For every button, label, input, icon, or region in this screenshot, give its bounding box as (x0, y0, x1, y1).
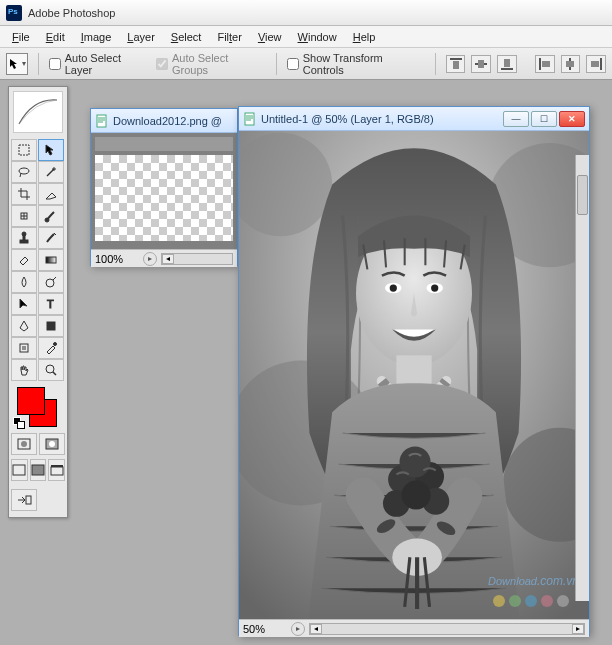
file-icon (243, 112, 257, 126)
svg-rect-33 (51, 465, 63, 467)
move-tool[interactable] (38, 139, 64, 161)
path-select-tool[interactable] (11, 293, 37, 315)
doc1-canvas-area[interactable] (91, 133, 237, 249)
svg-point-27 (21, 441, 27, 447)
document-window-1[interactable]: Download2012.png @ 100% ▸ ◂ (90, 108, 238, 266)
doc1-zoom[interactable]: 100% (95, 253, 139, 265)
lasso-tool[interactable] (11, 161, 37, 183)
doc2-vscroll[interactable] (575, 155, 589, 601)
screenmode-menu-button[interactable] (48, 459, 65, 481)
svg-rect-5 (504, 59, 510, 67)
doc2-zoom[interactable]: 50% (243, 623, 287, 635)
align-right-button[interactable] (586, 55, 606, 73)
doc1-hscroll[interactable]: ◂ (161, 253, 233, 265)
document-window-2[interactable]: Untitled-1 @ 50% (Layer 1, RGB/8) — ☐ ✕ (238, 106, 590, 636)
svg-rect-10 (600, 58, 602, 70)
auto-select-groups-checkbox[interactable]: Auto Select Groups (156, 52, 266, 76)
shape-tool[interactable] (38, 315, 64, 337)
healing-tool[interactable] (11, 205, 37, 227)
screenmode-full-button[interactable] (30, 459, 47, 481)
svg-point-29 (49, 441, 55, 447)
history-brush-tool[interactable] (38, 227, 64, 249)
separator (276, 53, 277, 75)
doc2-info-icon[interactable]: ▸ (291, 622, 305, 636)
jump-imageready-button[interactable] (11, 489, 37, 511)
doc2-canvas-area[interactable]: Download.com.vn (239, 131, 589, 619)
svg-rect-32 (51, 467, 63, 475)
pen-tool[interactable] (11, 315, 37, 337)
menu-filter[interactable]: Filter (209, 29, 249, 45)
align-bottom-button[interactable] (497, 55, 517, 73)
tool-indicator-move[interactable]: ▾ (6, 53, 28, 75)
menu-file[interactable]: File (4, 29, 38, 45)
close-button[interactable]: ✕ (559, 111, 585, 127)
doc1-info-icon[interactable]: ▸ (143, 252, 157, 266)
dodge-tool[interactable] (38, 271, 64, 293)
doc2-canvas[interactable]: Download.com.vn (239, 131, 589, 619)
blur-tool[interactable] (11, 271, 37, 293)
svg-point-15 (45, 218, 49, 222)
menu-help[interactable]: Help (345, 29, 384, 45)
menu-edit[interactable]: Edit (38, 29, 73, 45)
svg-rect-23 (20, 344, 28, 352)
doc2-statusbar: 50% ▸ ◂▸ (239, 619, 589, 637)
svg-rect-22 (47, 322, 55, 330)
svg-rect-47 (396, 355, 431, 386)
type-tool[interactable]: T (38, 293, 64, 315)
menu-layer[interactable]: Layer (119, 29, 163, 45)
options-bar: ▾ Auto Select Layer Auto Select Groups S… (0, 48, 612, 80)
foreground-color[interactable] (17, 387, 45, 415)
svg-rect-12 (19, 145, 29, 155)
svg-rect-9 (566, 61, 574, 67)
gradient-tool[interactable] (38, 249, 64, 271)
doc1-titlebar[interactable]: Download2012.png @ (91, 109, 237, 133)
notes-tool[interactable] (11, 337, 37, 359)
color-swatches[interactable] (9, 383, 67, 431)
svg-point-24 (54, 343, 57, 346)
wand-tool[interactable] (38, 161, 64, 183)
menu-bar: File Edit Image Layer Select Filter View… (0, 26, 612, 48)
screenmode-std-button[interactable] (11, 459, 28, 481)
svg-point-25 (46, 365, 54, 373)
svg-rect-19 (46, 257, 56, 263)
eraser-tool[interactable] (11, 249, 37, 271)
stamp-tool[interactable] (11, 227, 37, 249)
svg-point-44 (390, 284, 397, 291)
crop-tool[interactable] (11, 183, 37, 205)
auto-select-layer-checkbox[interactable]: Auto Select Layer (49, 52, 150, 76)
align-vcenter-button[interactable] (471, 55, 491, 73)
file-icon (95, 114, 109, 128)
align-hcenter-button[interactable] (561, 55, 581, 73)
doc2-titlebar[interactable]: Untitled-1 @ 50% (Layer 1, RGB/8) — ☐ ✕ (239, 107, 589, 131)
svg-rect-3 (478, 60, 484, 68)
photoshop-icon (6, 5, 22, 21)
menu-select[interactable]: Select (163, 29, 210, 45)
svg-point-20 (46, 279, 54, 287)
menu-window[interactable]: Window (290, 29, 345, 45)
svg-point-57 (402, 481, 431, 510)
svg-rect-6 (539, 58, 541, 70)
slice-tool[interactable] (38, 183, 64, 205)
svg-rect-7 (542, 61, 550, 67)
svg-point-18 (22, 232, 26, 236)
quickmask-mode-button[interactable] (39, 433, 65, 455)
doc1-canvas[interactable] (95, 155, 233, 241)
separator (435, 53, 436, 75)
menu-view[interactable]: View (250, 29, 290, 45)
hand-tool[interactable] (11, 359, 37, 381)
minimize-button[interactable]: — (503, 111, 529, 127)
zoom-tool[interactable] (38, 359, 64, 381)
default-colors-icon[interactable] (13, 417, 25, 429)
eyedropper-tool[interactable] (38, 337, 64, 359)
maximize-button[interactable]: ☐ (531, 111, 557, 127)
separator (38, 53, 39, 75)
doc1-title: Download2012.png @ (113, 115, 233, 127)
show-transform-checkbox[interactable]: Show Transform Controls (287, 52, 425, 76)
brush-tool[interactable] (38, 205, 64, 227)
menu-image[interactable]: Image (73, 29, 120, 45)
doc2-hscroll[interactable]: ◂▸ (309, 623, 585, 635)
align-top-button[interactable] (446, 55, 466, 73)
marquee-tool[interactable] (11, 139, 37, 161)
align-left-button[interactable] (535, 55, 555, 73)
standard-mode-button[interactable] (11, 433, 37, 455)
